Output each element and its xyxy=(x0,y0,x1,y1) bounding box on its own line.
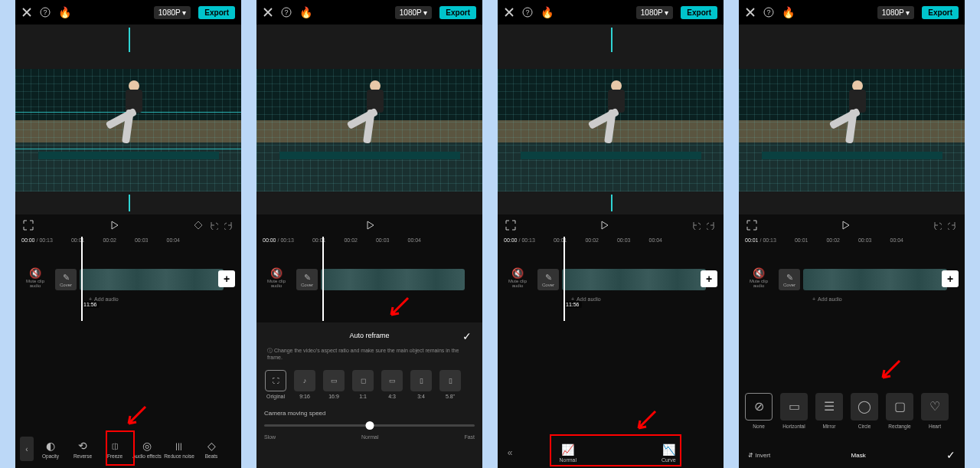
confirm-icon[interactable]: ✓ xyxy=(462,330,472,342)
back-chevron[interactable]: ‹ xyxy=(20,437,34,461)
close-icon[interactable] xyxy=(21,7,32,18)
svg-text:?: ? xyxy=(525,8,529,16)
add-clip-button[interactable]: + xyxy=(942,270,959,287)
mask-none[interactable]: ⊘None xyxy=(743,393,774,429)
mute-clip-audio[interactable]: 🔇Mute clip audio xyxy=(20,267,51,288)
ratio-16-9[interactable]: ▭16:9 xyxy=(322,370,345,399)
clip-strip[interactable] xyxy=(803,269,947,290)
preview-top-spacer xyxy=(739,25,965,69)
tool-reverse[interactable]: ⟲Reverse xyxy=(67,434,98,464)
export-button[interactable]: Export xyxy=(198,6,235,19)
svg-text:?: ? xyxy=(284,8,288,16)
popup-title: Auto reframe xyxy=(349,332,389,339)
play-button[interactable] xyxy=(364,220,375,231)
invert-button[interactable]: ⇵ Invert xyxy=(748,452,770,459)
add-audio-button[interactable]: Add audio xyxy=(571,296,601,302)
flame-icon[interactable]: 🔥 xyxy=(58,6,71,18)
ratio-1-1[interactable]: ◻1:1 xyxy=(351,370,374,399)
close-icon[interactable] xyxy=(745,7,756,18)
time-ruler: 00:01 / 00:13 00:0100:0200:0300:04 xyxy=(739,236,965,244)
play-button[interactable] xyxy=(599,220,609,231)
clip-time-label: 11:56 xyxy=(81,301,100,308)
video-preview[interactable] xyxy=(256,69,482,191)
add-clip-button[interactable]: + xyxy=(218,270,235,287)
time-ruler: 00:00 / 00:13 00:0100:0200:0300:04 xyxy=(15,236,241,244)
flame-icon[interactable]: 🔥 xyxy=(782,6,795,18)
tool-audio-effects[interactable]: ◎Audio effects xyxy=(132,434,162,464)
redo-icon[interactable] xyxy=(224,221,234,230)
export-button[interactable]: Export xyxy=(681,6,717,19)
mask-heart[interactable]: ♡Heart xyxy=(920,393,950,429)
cover-button[interactable]: ✎Cover xyxy=(296,269,318,290)
redo-icon[interactable] xyxy=(707,221,716,230)
resolution-dropdown[interactable]: 1080P ▾ xyxy=(395,6,433,19)
flame-icon[interactable]: 🔥 xyxy=(299,6,312,18)
cover-button[interactable]: ✎Cover xyxy=(779,269,800,290)
preview-top-spacer xyxy=(15,25,241,69)
ratio-4-3[interactable]: ▭4:3 xyxy=(381,370,403,399)
help-icon[interactable]: ? xyxy=(40,7,51,18)
mask-title: Mask xyxy=(770,452,946,459)
redo-icon[interactable] xyxy=(948,221,957,230)
preview-top-spacer xyxy=(256,25,482,69)
diamond-icon[interactable] xyxy=(194,221,203,230)
camera-speed-slider[interactable] xyxy=(264,424,475,427)
mute-clip-audio[interactable]: 🔇Mute clip audio xyxy=(261,267,292,288)
collapse-chevron[interactable]: « xyxy=(502,441,518,464)
help-icon[interactable]: ? xyxy=(763,7,774,18)
fullscreen-icon[interactable] xyxy=(746,220,757,231)
export-button[interactable]: Export xyxy=(439,6,476,19)
time-ruler: 00:00 / 00:13 00:0100:0200:0300:04 xyxy=(256,236,482,244)
popup-info: ⓘ Change the video's aspect ratio and ma… xyxy=(264,342,475,365)
resolution-dropdown[interactable]: 1080P ▾ xyxy=(877,6,915,19)
close-icon[interactable] xyxy=(504,7,514,18)
ratio-9-16[interactable]: ♪9:16 xyxy=(293,370,316,399)
fullscreen-icon[interactable] xyxy=(23,220,34,231)
clip-strip[interactable] xyxy=(80,269,224,290)
undo-icon[interactable] xyxy=(691,221,701,230)
video-preview[interactable] xyxy=(498,69,724,191)
tool-opacity[interactable]: ◐Opacity xyxy=(35,434,66,464)
mask-mirror[interactable]: ☰Mirror xyxy=(814,393,844,429)
tool-reduce-noise[interactable]: ⫼Reduce noise xyxy=(164,434,194,464)
clip-strip[interactable] xyxy=(321,269,465,290)
video-preview[interactable] xyxy=(15,69,241,191)
mask-circle[interactable]: ◯Circle xyxy=(849,393,880,429)
cover-button[interactable]: ✎Cover xyxy=(537,269,559,290)
resolution-dropdown[interactable]: 1080P ▾ xyxy=(636,6,674,19)
ratio-original[interactable]: ⛶Original xyxy=(264,370,287,399)
fullscreen-icon[interactable] xyxy=(505,220,516,231)
camera-speed-label: Camera moving speed xyxy=(264,410,475,417)
help-icon[interactable]: ? xyxy=(281,7,292,18)
flame-icon[interactable]: 🔥 xyxy=(541,6,554,18)
undo-icon[interactable] xyxy=(209,221,218,230)
mask-horizontal[interactable]: ▭Horizontal xyxy=(779,393,809,429)
preview-top-spacer xyxy=(498,25,724,69)
clip-time-label: 11:56 xyxy=(564,301,582,308)
ratio-3-4[interactable]: ▯3:4 xyxy=(410,370,433,399)
add-audio-button[interactable]: Add audio xyxy=(89,296,119,302)
play-button[interactable] xyxy=(840,220,851,231)
svg-text:?: ? xyxy=(766,8,770,16)
add-audio-button[interactable]: Add audio xyxy=(812,296,842,302)
time-ruler: 00:00 / 00:13 00:0100:0200:0300:04 xyxy=(498,236,724,244)
undo-icon[interactable] xyxy=(933,221,942,230)
play-button[interactable] xyxy=(109,220,119,231)
cover-button[interactable]: ✎Cover xyxy=(55,269,77,290)
video-preview[interactable] xyxy=(739,69,965,191)
help-icon[interactable]: ? xyxy=(522,7,533,18)
ratio-5-8[interactable]: ▯5.8" xyxy=(439,370,462,399)
close-icon[interactable] xyxy=(263,7,273,18)
tool-beats[interactable]: ◇Beats xyxy=(196,434,227,464)
mute-clip-audio[interactable]: 🔇Mute clip audio xyxy=(743,267,774,288)
export-button[interactable]: Export xyxy=(922,6,959,19)
mask-confirm[interactable]: ✓ xyxy=(946,449,956,461)
resolution-dropdown[interactable]: 1080P ▾ xyxy=(154,6,191,19)
mask-rectangle[interactable]: ▢Rectangle xyxy=(884,393,915,429)
svg-text:?: ? xyxy=(43,8,47,16)
add-clip-button[interactable]: + xyxy=(701,270,717,287)
clip-strip[interactable] xyxy=(562,269,706,290)
mute-clip-audio[interactable]: 🔇Mute clip audio xyxy=(502,267,533,288)
